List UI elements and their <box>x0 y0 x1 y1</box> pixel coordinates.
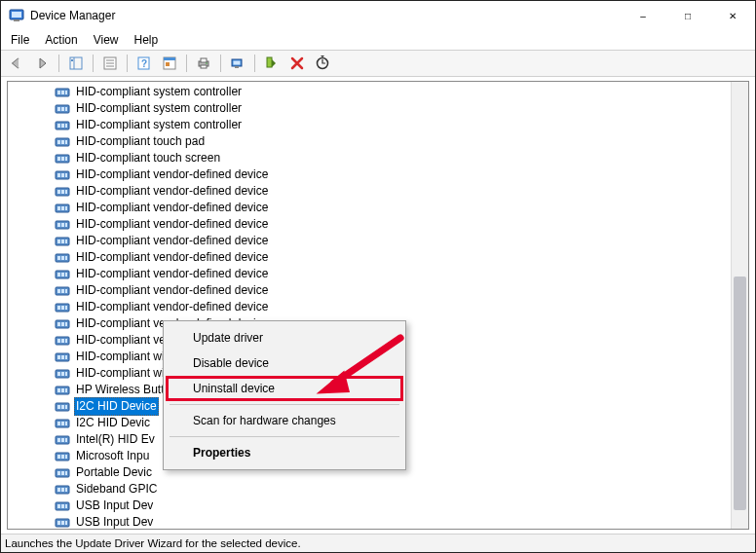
svg-rect-130 <box>61 521 64 525</box>
menu-view[interactable]: View <box>86 32 127 48</box>
vertical-scrollbar[interactable] <box>731 82 748 529</box>
hid-device-icon <box>55 184 70 200</box>
hid-device-icon <box>55 515 70 530</box>
svg-rect-123 <box>65 488 67 492</box>
toolbar: ? <box>1 50 755 77</box>
svg-rect-29 <box>57 107 60 111</box>
svg-rect-27 <box>65 91 67 94</box>
svg-rect-5 <box>71 59 73 61</box>
device-label: HID-compliant vendor-defined device <box>74 233 270 249</box>
hid-device-icon <box>55 465 70 481</box>
back-button[interactable] <box>5 52 28 75</box>
svg-rect-101 <box>57 405 60 409</box>
device-tree-item[interactable]: USB Input Dev <box>55 498 748 514</box>
svg-rect-69 <box>57 273 60 276</box>
device-label: Microsoft Inpu <box>74 448 151 464</box>
device-tree-item[interactable]: HID-compliant system controller <box>55 100 748 117</box>
device-tree-item[interactable]: HID-compliant vendor-defined device <box>55 249 748 266</box>
menu-action[interactable]: Action <box>37 32 85 48</box>
ctx-properties[interactable]: Properties <box>166 440 403 465</box>
svg-rect-109 <box>57 438 60 442</box>
svg-rect-41 <box>57 157 60 161</box>
device-label: HID-compliant vendor-defined device <box>74 249 270 266</box>
svg-rect-42 <box>61 157 64 161</box>
ctx-scan-hardware[interactable]: Scan for hardware changes <box>166 408 403 433</box>
device-tree-item[interactable]: HID-compliant vendor-defined device <box>55 299 748 315</box>
maximize-button[interactable]: □ <box>665 1 710 30</box>
ctx-update-driver[interactable]: Update driver <box>166 325 403 350</box>
hid-device-icon <box>55 267 70 282</box>
svg-rect-13 <box>164 57 175 60</box>
svg-rect-45 <box>57 173 60 177</box>
scrollbar-thumb[interactable] <box>734 276 746 510</box>
device-tree-item[interactable]: HID-compliant vendor-defined device <box>55 266 748 282</box>
device-tree-item[interactable]: HID-compliant vendor-defined device <box>55 166 748 183</box>
action-icon-button[interactable] <box>158 52 181 75</box>
context-menu: Update driver Disable device Uninstall d… <box>163 320 406 470</box>
print-button[interactable] <box>192 52 215 75</box>
device-manager-window: Device Manager – □ ✕ File Action View He… <box>0 0 756 553</box>
svg-rect-1 <box>12 12 21 18</box>
ctx-disable-device[interactable]: Disable device <box>166 350 403 376</box>
svg-rect-83 <box>65 322 67 326</box>
device-tree-item[interactable]: USB Input Dev <box>55 514 748 529</box>
svg-rect-97 <box>57 388 60 392</box>
scan-hardware-button[interactable] <box>311 52 334 75</box>
device-tree-item[interactable]: HID-compliant vendor-defined device <box>55 183 748 200</box>
svg-rect-131 <box>65 521 67 525</box>
device-tree-item[interactable]: HID-compliant system controller <box>55 117 748 133</box>
device-tree-item[interactable]: HID-compliant vendor-defined device <box>55 282 748 299</box>
svg-rect-117 <box>57 471 60 475</box>
device-tree-item[interactable]: HID-compliant vendor-defined device <box>55 200 748 216</box>
svg-rect-111 <box>65 438 67 442</box>
device-tree-item[interactable]: Sideband GPIC <box>55 481 748 498</box>
menu-file[interactable]: File <box>3 32 37 48</box>
hid-device-icon <box>55 498 70 514</box>
device-tree-item[interactable]: HID-compliant touch screen <box>55 150 748 166</box>
svg-rect-90 <box>61 355 64 359</box>
enable-device-button[interactable] <box>260 52 284 75</box>
svg-rect-121 <box>57 488 60 492</box>
hid-device-icon <box>55 167 70 183</box>
svg-rect-82 <box>61 322 64 326</box>
svg-point-18 <box>206 62 208 64</box>
device-tree-item[interactable]: HID-compliant vendor-defined device <box>55 233 748 249</box>
svg-rect-49 <box>57 190 60 194</box>
show-hide-tree-button[interactable] <box>64 52 88 75</box>
properties-button[interactable] <box>98 52 122 75</box>
svg-rect-20 <box>234 61 241 65</box>
device-label: HID-compliant system controller <box>74 117 244 133</box>
svg-rect-3 <box>70 57 82 69</box>
svg-rect-31 <box>65 107 67 111</box>
caption-buttons: – □ ✕ <box>621 1 755 30</box>
hid-device-icon <box>55 399 70 415</box>
svg-rect-22 <box>267 57 272 67</box>
help-button[interactable]: ? <box>132 52 156 75</box>
device-label: HID-compliant vendor-defined device <box>74 183 270 200</box>
minimize-button[interactable]: – <box>621 1 665 30</box>
svg-rect-73 <box>57 289 60 293</box>
device-label: I2C HID Devic <box>74 415 152 431</box>
menu-help[interactable]: Help <box>127 32 167 48</box>
device-tree-item[interactable]: HID-compliant system controller <box>55 84 748 100</box>
svg-rect-81 <box>57 322 60 326</box>
hid-device-icon <box>55 432 70 448</box>
svg-rect-125 <box>57 504 60 508</box>
svg-rect-106 <box>61 422 64 425</box>
update-driver-button[interactable] <box>226 52 249 75</box>
svg-rect-85 <box>57 339 60 343</box>
device-label: HID-compliant touch pad <box>74 133 207 150</box>
forward-button[interactable] <box>30 52 54 75</box>
uninstall-device-button[interactable] <box>285 52 309 75</box>
svg-rect-122 <box>61 488 64 492</box>
svg-rect-30 <box>61 107 64 111</box>
svg-rect-53 <box>57 206 60 210</box>
svg-rect-34 <box>61 124 64 128</box>
device-tree-item[interactable]: HID-compliant touch pad <box>55 133 748 150</box>
device-tree-item[interactable]: HID-compliant vendor-defined device <box>55 216 748 233</box>
ctx-uninstall-device[interactable]: Uninstall device <box>166 376 403 401</box>
device-label: Sideband GPIC <box>74 481 159 498</box>
device-label: HID-compliant vendor-defined device <box>74 299 270 315</box>
svg-rect-35 <box>65 124 67 128</box>
close-button[interactable]: ✕ <box>710 1 755 30</box>
